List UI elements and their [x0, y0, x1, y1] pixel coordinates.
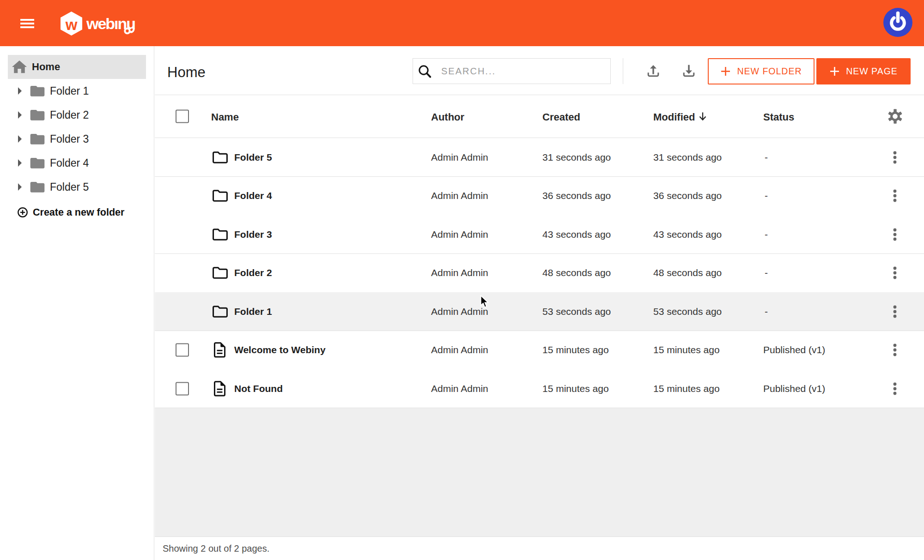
svg-text:w: w [65, 16, 78, 33]
